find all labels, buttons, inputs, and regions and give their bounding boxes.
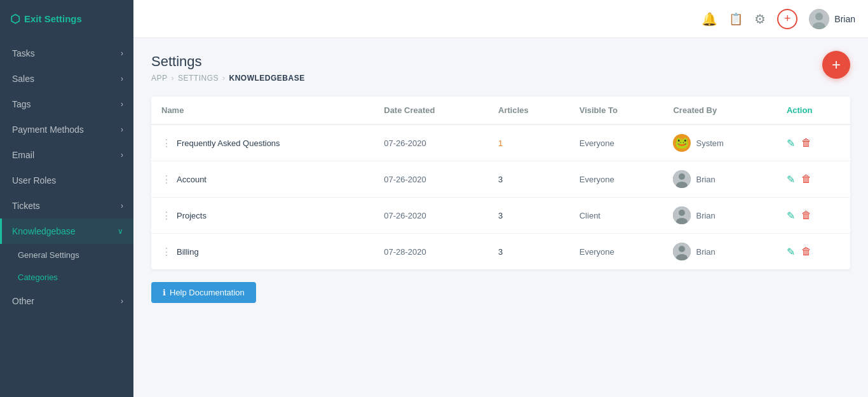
sidebar-item-tasks[interactable]: Tasks › bbox=[0, 41, 133, 66]
svg-point-10 bbox=[679, 246, 685, 252]
col-header-created-by: Created By bbox=[663, 97, 776, 124]
row-action: ✎ 🗑 bbox=[776, 234, 850, 270]
sidebar-item-tickets[interactable]: Tickets › bbox=[0, 193, 133, 219]
table-row: ⋮ Frequently Asked Questions 07-26-20201… bbox=[151, 124, 850, 161]
sidebar-label-user-roles: User Roles bbox=[12, 175, 56, 185]
sidebar-label-tasks: Tasks bbox=[12, 48, 35, 58]
col-header-date: Date Created bbox=[374, 97, 488, 124]
delete-icon[interactable]: 🗑 bbox=[801, 173, 811, 185]
edit-icon[interactable]: ✎ bbox=[787, 137, 795, 149]
chevron-down-icon: ∨ bbox=[118, 227, 123, 236]
created-by-name: Brian bbox=[696, 211, 715, 220]
row-articles: 3 bbox=[488, 234, 569, 270]
drag-handle-icon[interactable]: ⋮ bbox=[161, 246, 172, 258]
avatar bbox=[673, 243, 691, 260]
edit-icon[interactable]: ✎ bbox=[787, 246, 795, 258]
chevron-right-icon: › bbox=[121, 151, 123, 159]
sidebar-label-email: Email bbox=[12, 150, 34, 160]
created-by-name: Brian bbox=[696, 175, 715, 184]
row-date: 07-28-2020 bbox=[374, 234, 488, 270]
user-avatar bbox=[809, 9, 829, 29]
exit-settings-button[interactable]: ⬡ Exit Settings bbox=[10, 12, 82, 26]
action-icons: ✎ 🗑 bbox=[787, 173, 840, 185]
sidebar-item-tags[interactable]: Tags › bbox=[0, 91, 133, 117]
fab-add-button[interactable]: + bbox=[822, 51, 850, 79]
drag-handle-icon[interactable]: ⋮ bbox=[161, 210, 172, 222]
created-by-name: Brian bbox=[696, 247, 715, 257]
breadcrumb-sep1: › bbox=[172, 74, 175, 83]
sidebar-item-other[interactable]: Other › bbox=[0, 288, 133, 314]
sidebar-label-payment-methods: Payment Methods bbox=[12, 124, 84, 135]
avatar bbox=[673, 170, 691, 188]
sidebar-item-email[interactable]: Email › bbox=[0, 142, 133, 168]
breadcrumb-app: APP bbox=[151, 74, 168, 83]
chevron-right-icon: › bbox=[121, 74, 123, 83]
row-created-by: Brian bbox=[663, 234, 776, 270]
help-documentation-button[interactable]: ℹ Help Documentation bbox=[151, 282, 256, 303]
sidebar-item-payment-methods[interactable]: Payment Methods › bbox=[0, 117, 133, 142]
table-row: ⋮ Account 07-26-20203Everyone Brian ✎ 🗑 bbox=[151, 161, 850, 198]
row-name-cell: ⋮ Frequently Asked Questions bbox=[161, 137, 363, 149]
sidebar-item-categories[interactable]: Categories bbox=[0, 266, 133, 288]
row-name-cell: ⋮ Billing bbox=[161, 246, 363, 258]
sidebar-label-other: Other bbox=[12, 296, 34, 306]
categories-table: Name Date Created Articles Visible To Cr… bbox=[151, 97, 850, 269]
help-icon: ℹ bbox=[163, 288, 166, 297]
row-created-by: Brian bbox=[663, 198, 776, 234]
table-row: ⋮ Projects 07-26-20203Client Brian ✎ 🗑 bbox=[151, 198, 850, 234]
chevron-right-icon: › bbox=[121, 297, 123, 306]
delete-icon[interactable]: 🗑 bbox=[801, 210, 811, 221]
avatar bbox=[673, 206, 691, 224]
created-by-cell: 🐸 System bbox=[673, 134, 766, 152]
row-name-text: Projects bbox=[177, 211, 207, 220]
row-date: 07-26-2020 bbox=[374, 124, 488, 161]
row-created-by: 🐸 System bbox=[663, 124, 776, 161]
col-header-action: Action bbox=[776, 97, 850, 124]
breadcrumb: APP › SETTINGS › KNOWLEDGEBASE bbox=[151, 74, 850, 83]
row-name-cell: ⋮ Account bbox=[161, 173, 363, 185]
sidebar-item-knowledgebase[interactable]: Knowledgebase ∨ bbox=[0, 219, 133, 244]
col-header-visible: Visible To bbox=[569, 97, 663, 124]
page-title: Settings bbox=[151, 53, 850, 70]
row-name-text: Frequently Asked Questions bbox=[177, 138, 280, 148]
row-date: 07-26-2020 bbox=[374, 198, 488, 234]
book-icon[interactable]: 📋 bbox=[729, 12, 743, 26]
add-circle-icon[interactable]: + bbox=[777, 9, 797, 29]
row-action: ✎ 🗑 bbox=[776, 198, 850, 234]
user-menu[interactable]: Brian bbox=[809, 9, 855, 29]
row-visible-to: Everyone bbox=[569, 161, 663, 198]
chevron-right-icon: › bbox=[121, 49, 123, 58]
chevron-right-icon: › bbox=[121, 125, 123, 134]
drag-handle-icon[interactable]: ⋮ bbox=[161, 137, 172, 149]
action-icons: ✎ 🗑 bbox=[787, 137, 840, 149]
avatar: 🐸 bbox=[673, 134, 691, 152]
row-action: ✎ 🗑 bbox=[776, 124, 850, 161]
sidebar-label-general-settings: General Settings bbox=[18, 250, 79, 260]
gear-icon[interactable]: ⚙ bbox=[754, 11, 766, 27]
created-by-cell: Brian bbox=[673, 243, 766, 260]
breadcrumb-current: KNOWLEDGEBASE bbox=[229, 74, 305, 83]
topbar-right: 🔔 📋 ⚙ + Brian bbox=[702, 9, 868, 29]
action-icons: ✎ 🗑 bbox=[787, 210, 840, 222]
col-header-name: Name bbox=[151, 97, 374, 124]
row-visible-to: Everyone bbox=[569, 124, 663, 161]
col-header-articles: Articles bbox=[488, 97, 569, 124]
bell-icon[interactable]: 🔔 bbox=[702, 11, 717, 27]
sidebar-label-categories: Categories bbox=[18, 273, 58, 282]
row-name-cell: ⋮ Projects bbox=[161, 210, 363, 222]
delete-icon[interactable]: 🗑 bbox=[801, 246, 811, 257]
sidebar-header: ⬡ Exit Settings bbox=[0, 0, 133, 38]
sidebar-label-tags: Tags bbox=[12, 99, 31, 109]
delete-icon[interactable]: 🗑 bbox=[801, 137, 811, 149]
edit-icon[interactable]: ✎ bbox=[787, 173, 795, 185]
sidebar: Tasks › Sales › Tags › Payment Methods ›… bbox=[0, 38, 133, 397]
breadcrumb-settings: SETTINGS bbox=[178, 74, 219, 83]
svg-point-1 bbox=[815, 13, 823, 20]
sidebar-item-sales[interactable]: Sales › bbox=[0, 66, 133, 91]
sidebar-item-user-roles[interactable]: User Roles bbox=[0, 168, 133, 193]
chevron-right-icon: › bbox=[121, 201, 123, 210]
edit-icon[interactable]: ✎ bbox=[787, 210, 795, 222]
drag-handle-icon[interactable]: ⋮ bbox=[161, 173, 172, 185]
sidebar-item-general-settings[interactable]: General Settings bbox=[0, 244, 133, 266]
main-content: Settings APP › SETTINGS › KNOWLEDGEBASE … bbox=[133, 38, 868, 397]
